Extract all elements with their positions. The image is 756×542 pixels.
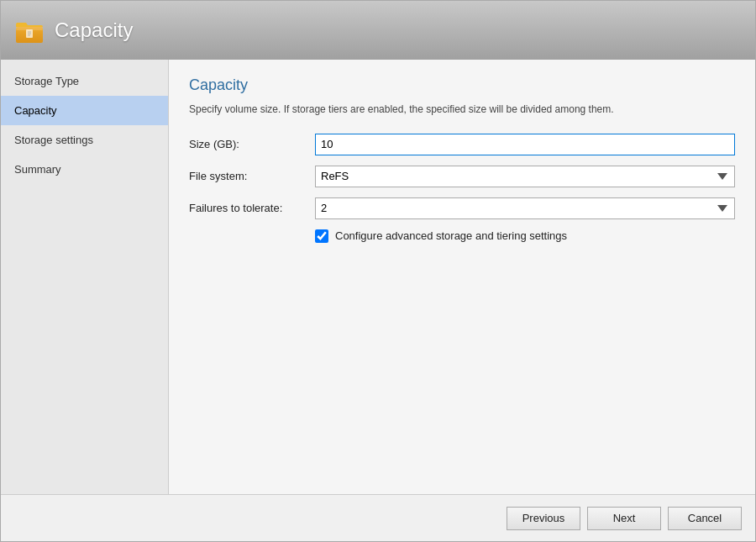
sidebar-item-storage-type[interactable]: Storage Type bbox=[1, 66, 168, 96]
advanced-settings-label[interactable]: Configure advanced storage and tiering s… bbox=[335, 229, 567, 242]
failures-label: Failures to tolerate: bbox=[189, 202, 315, 214]
wizard-window: Capacity Storage Type Capacity Storage s… bbox=[0, 0, 756, 542]
next-button[interactable]: Next bbox=[587, 507, 661, 530]
filesystem-select[interactable]: ReFS NTFS bbox=[315, 166, 735, 187]
sidebar-item-summary[interactable]: Summary bbox=[1, 155, 168, 184]
content-description: Specify volume size. If storage tiers ar… bbox=[189, 103, 735, 117]
size-row: Size (GB): bbox=[189, 134, 735, 155]
advanced-settings-row: Configure advanced storage and tiering s… bbox=[189, 229, 735, 243]
advanced-settings-checkbox[interactable] bbox=[315, 229, 328, 243]
sidebar: Storage Type Capacity Storage settings S… bbox=[1, 60, 169, 494]
window-title: Capacity bbox=[55, 18, 133, 42]
filesystem-label: File system: bbox=[189, 170, 315, 182]
failures-select[interactable]: 2 1 0 bbox=[315, 197, 735, 219]
failures-row: Failures to tolerate: 2 1 0 bbox=[189, 197, 735, 219]
size-input[interactable] bbox=[315, 134, 735, 155]
content-title: Capacity bbox=[189, 76, 735, 94]
folder-icon bbox=[14, 15, 45, 45]
footer: Previous Next Cancel bbox=[1, 494, 755, 541]
cancel-button[interactable]: Cancel bbox=[668, 507, 742, 530]
title-bar: Capacity bbox=[1, 1, 755, 60]
size-label: Size (GB): bbox=[189, 138, 315, 150]
filesystem-row: File system: ReFS NTFS bbox=[189, 166, 735, 187]
main-content: Storage Type Capacity Storage settings S… bbox=[1, 60, 755, 494]
sidebar-item-storage-settings[interactable]: Storage settings bbox=[1, 125, 168, 155]
previous-button[interactable]: Previous bbox=[507, 507, 580, 530]
sidebar-item-capacity[interactable]: Capacity bbox=[1, 96, 168, 125]
content-panel: Capacity Specify volume size. If storage… bbox=[169, 60, 755, 494]
